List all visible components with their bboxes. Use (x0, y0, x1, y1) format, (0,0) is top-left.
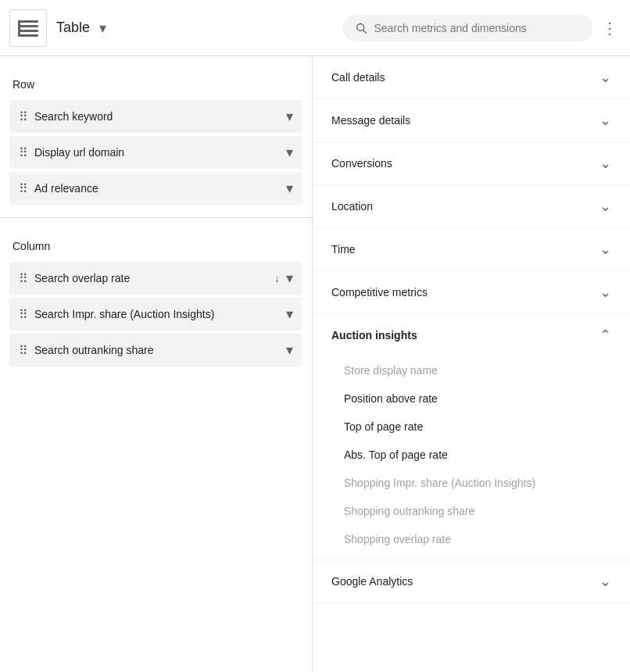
header-left: Table ▾ (9, 9, 342, 47)
category-competitive-metrics-header[interactable]: Competitive metrics ⌄ (313, 271, 630, 313)
category-auction-insights-header[interactable]: Auction insights ⌃ (313, 314, 630, 356)
dropdown-arrow-icon[interactable]: ▾ (286, 341, 293, 359)
header-right: ⋮ (342, 15, 621, 41)
metric-store-display-name: Store display name (313, 356, 630, 384)
row-item-label: Search keyword (34, 110, 280, 123)
category-conversions-title: Conversions (331, 157, 392, 170)
left-panel: Row ⠿ Search keyword ▾ ⠿ Display url dom… (0, 56, 313, 672)
category-google-analytics-title: Google Analytics (331, 575, 413, 588)
svg-rect-2 (18, 30, 38, 32)
chevron-down-icon: ⌄ (600, 284, 611, 301)
category-time: Time ⌄ (313, 228, 630, 271)
section-divider (0, 217, 312, 218)
category-time-title: Time (331, 243, 356, 256)
category-conversions: Conversions ⌄ (313, 142, 630, 185)
header-bar: Table ▾ ⋮ (0, 0, 630, 56)
category-location: Location ⌄ (313, 185, 630, 228)
drag-handle-icon: ⠿ (19, 271, 28, 286)
search-bar (342, 15, 592, 41)
right-panel: Call details ⌄ Message details ⌄ Convers… (313, 56, 630, 672)
drag-handle-icon: ⠿ (19, 343, 28, 358)
svg-line-6 (363, 30, 367, 33)
category-competitive-metrics: Competitive metrics ⌄ (313, 271, 630, 314)
header-title: Table (56, 20, 90, 36)
column-item-label: Search Impr. share (Auction Insights) (34, 308, 280, 320)
metric-shopping-overlap-rate: Shopping overlap rate (313, 525, 630, 553)
dropdown-arrow-icon[interactable]: ▾ (286, 108, 293, 125)
category-competitive-metrics-title: Competitive metrics (331, 286, 428, 298)
row-item-ad-relevance[interactable]: ⠿ Ad relevance ▾ (9, 172, 302, 205)
drag-handle-icon: ⠿ (19, 145, 28, 160)
dropdown-arrow-icon[interactable]: ▾ (286, 180, 293, 197)
row-item-label: Display url domain (34, 146, 280, 159)
category-time-header[interactable]: Time ⌄ (313, 228, 630, 270)
metric-top-of-page-rate[interactable]: Top of page rate (313, 413, 630, 441)
category-google-analytics: Google Analytics ⌄ (313, 560, 630, 603)
chevron-up-icon: ⌃ (600, 327, 611, 344)
column-item-label: Search overlap rate (34, 272, 268, 284)
main-content: Row ⠿ Search keyword ▾ ⠿ Display url dom… (0, 56, 630, 672)
chevron-down-icon: ⌄ (600, 155, 611, 172)
column-item-search-outranking-share[interactable]: ⠿ Search outranking share ▾ (9, 334, 302, 366)
more-options-icon[interactable]: ⋮ (599, 16, 621, 41)
chevron-down-icon: ⌄ (600, 69, 611, 86)
category-auction-insights-title: Auction insights (331, 329, 417, 341)
category-message-details-header[interactable]: Message details ⌄ (313, 99, 630, 141)
drag-handle-icon: ⠿ (19, 307, 28, 322)
chevron-down-icon: ⌄ (600, 112, 611, 129)
category-location-title: Location (331, 200, 373, 213)
chevron-down-icon: ⌄ (600, 573, 611, 590)
chevron-down-icon: ⌄ (600, 241, 611, 258)
drag-handle-icon: ⠿ (19, 181, 28, 196)
column-item-label: Search outranking share (34, 344, 280, 356)
dropdown-arrow-icon[interactable]: ▾ (286, 306, 293, 323)
category-call-details-header[interactable]: Call details ⌄ (313, 56, 630, 98)
column-section-label: Column (0, 231, 312, 259)
metric-position-above-rate[interactable]: Position above rate (313, 384, 630, 413)
search-input[interactable] (374, 22, 580, 34)
table-icon (9, 9, 47, 47)
category-call-details-title: Call details (331, 71, 385, 84)
metric-shopping-impr-share: Shopping Impr. share (Auction Insights) (313, 469, 630, 497)
metric-abs-top-of-page-rate[interactable]: Abs. Top of page rate (313, 441, 630, 469)
chevron-down-icon: ⌄ (600, 198, 611, 215)
svg-rect-4 (18, 20, 20, 37)
metric-shopping-outranking-share: Shopping outranking share (313, 497, 630, 525)
category-call-details: Call details ⌄ (313, 56, 630, 99)
row-item-search-keyword[interactable]: ⠿ Search keyword ▾ (9, 100, 302, 133)
drag-handle-icon: ⠿ (19, 109, 28, 124)
category-location-header[interactable]: Location ⌄ (313, 185, 630, 227)
row-item-label: Ad relevance (34, 182, 280, 195)
row-item-display-url-domain[interactable]: ⠿ Display url domain ▾ (9, 136, 302, 169)
sort-icon: ↓ (274, 272, 280, 284)
row-section-label: Row (0, 69, 312, 97)
auction-insights-items: Store display name Position above rate T… (313, 356, 630, 559)
svg-rect-1 (18, 25, 38, 27)
column-item-search-overlap-rate[interactable]: ⠿ Search overlap rate ↓ ▾ (9, 262, 302, 295)
dropdown-arrow-icon[interactable]: ▾ (286, 270, 293, 287)
svg-rect-0 (18, 20, 38, 23)
category-conversions-header[interactable]: Conversions ⌄ (313, 142, 630, 184)
svg-rect-3 (18, 34, 38, 37)
column-item-search-impr-share[interactable]: ⠿ Search Impr. share (Auction Insights) … (9, 298, 302, 331)
category-message-details: Message details ⌄ (313, 99, 630, 142)
category-auction-insights: Auction insights ⌃ Store display name Po… (313, 314, 630, 560)
category-message-details-title: Message details (331, 114, 410, 127)
header-dropdown-icon[interactable]: ▾ (99, 20, 106, 37)
dropdown-arrow-icon[interactable]: ▾ (286, 144, 293, 161)
category-google-analytics-header[interactable]: Google Analytics ⌄ (313, 560, 630, 602)
search-icon (355, 21, 367, 35)
